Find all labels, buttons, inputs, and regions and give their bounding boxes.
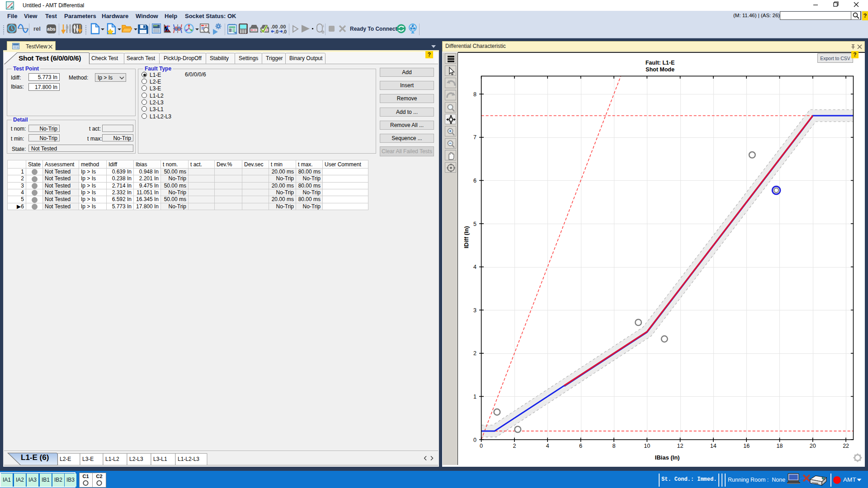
- svg-text:3: 3: [473, 307, 476, 314]
- svg-text:2: 2: [513, 443, 516, 449]
- svg-text:Shot Mode: Shot Mode: [646, 66, 675, 73]
- svg-text:IDiff (In): IDiff (In): [463, 226, 470, 248]
- svg-text:6: 6: [579, 443, 582, 449]
- svg-text:4: 4: [473, 264, 476, 270]
- svg-text:12: 12: [677, 443, 684, 449]
- svg-text:16: 16: [743, 443, 750, 449]
- svg-text:5: 5: [473, 221, 476, 227]
- svg-text:IBias (In): IBias (In): [655, 454, 680, 461]
- svg-text:0: 0: [480, 443, 483, 449]
- svg-text:.0: .0: [283, 29, 287, 33]
- svg-text:20: 20: [810, 443, 816, 449]
- svg-text:8: 8: [612, 443, 615, 449]
- svg-text:10: 10: [644, 443, 650, 449]
- svg-text:14: 14: [710, 443, 717, 449]
- svg-text:6: 6: [473, 178, 476, 184]
- svg-text:7: 7: [473, 134, 476, 141]
- svg-text:2: 2: [473, 350, 476, 357]
- svg-text:Fault: L1-E: Fault: L1-E: [646, 60, 675, 66]
- svg-text:18: 18: [777, 443, 783, 449]
- svg-text:22: 22: [843, 443, 849, 449]
- svg-text:1: 1: [473, 394, 476, 400]
- svg-text:8: 8: [473, 91, 476, 98]
- svg-text:.0: .0: [274, 29, 278, 33]
- svg-text:4: 4: [546, 443, 549, 449]
- svg-text:0: 0: [473, 437, 476, 443]
- svg-text:1: 1: [322, 24, 324, 28]
